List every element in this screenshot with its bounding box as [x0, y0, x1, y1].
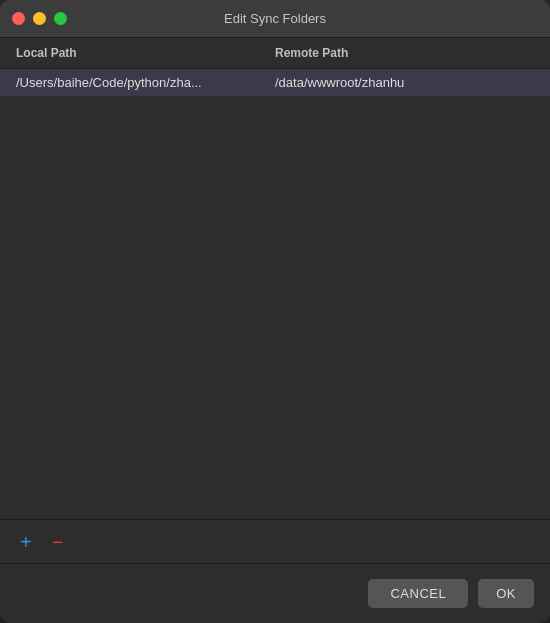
ok-button[interactable]: OK — [478, 579, 534, 608]
column-header-local: Local Path — [16, 46, 275, 60]
table-body: /Users/baihe/Code/python/zha... /data/ww… — [0, 69, 550, 519]
column-header-remote: Remote Path — [275, 46, 534, 60]
close-button[interactable] — [12, 12, 25, 25]
edit-sync-folders-window: Edit Sync Folders Local Path Remote Path… — [0, 0, 550, 623]
add-folder-button[interactable]: + — [16, 530, 36, 554]
dialog-footer: CANCEL OK — [0, 563, 550, 623]
title-bar: Edit Sync Folders — [0, 0, 550, 38]
cell-local-path: /Users/baihe/Code/python/zha... — [16, 75, 275, 90]
folder-toolbar: + − — [0, 519, 550, 563]
cancel-button[interactable]: CANCEL — [368, 579, 468, 608]
maximize-button[interactable] — [54, 12, 67, 25]
window-controls — [12, 12, 67, 25]
content-area: Local Path Remote Path /Users/baihe/Code… — [0, 38, 550, 563]
table-row[interactable]: /Users/baihe/Code/python/zha... /data/ww… — [0, 69, 550, 96]
remove-folder-button[interactable]: − — [48, 530, 68, 554]
cell-remote-path: /data/wwwroot/zhanhu — [275, 75, 534, 90]
minimize-button[interactable] — [33, 12, 46, 25]
table-header: Local Path Remote Path — [0, 38, 550, 69]
window-title: Edit Sync Folders — [224, 11, 326, 26]
